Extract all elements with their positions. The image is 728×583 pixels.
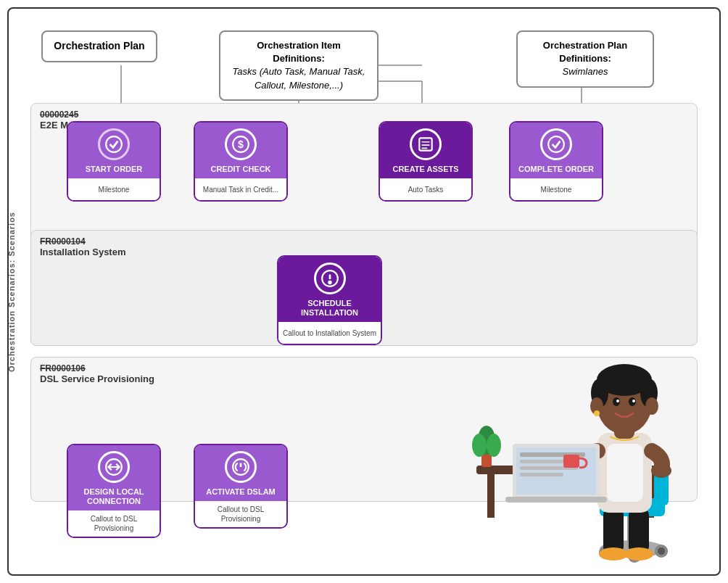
definitions-subtitle: Tasks (Auto Task, Manual Task, Callout, … <box>233 66 365 90</box>
design-local-icon-circle <box>98 451 130 483</box>
complete-order-icon-circle <box>540 128 572 160</box>
svg-point-66 <box>645 397 658 415</box>
start-order-card[interactable]: START ORDER Milestone <box>67 121 161 202</box>
svg-point-80 <box>472 434 487 457</box>
svg-point-54 <box>624 547 653 561</box>
svg-rect-56 <box>607 444 643 502</box>
definitions-title: Orchestration Item Definitions: <box>257 40 341 64</box>
complete-order-card[interactable]: COMPLETE ORDER Milestone <box>509 121 603 202</box>
svg-point-23 <box>106 136 122 152</box>
design-local-card[interactable]: DESIGN LOCAL CONNECTION Callout to DSL P… <box>67 444 161 538</box>
create-assets-footer: Auto Tasks <box>380 178 471 200</box>
create-assets-icon-circle <box>410 128 442 160</box>
svg-point-33 <box>328 281 331 284</box>
svg-rect-51 <box>603 509 624 553</box>
swimlanes-title: Orchestration Plan Definitions: <box>543 40 627 64</box>
activate-dslam-icon-circle <box>225 451 257 483</box>
svg-point-58 <box>651 463 671 478</box>
svg-rect-77 <box>505 497 607 503</box>
svg-rect-82 <box>563 455 579 468</box>
item-definitions-box: Orchestration Item Definitions: Tasks (A… <box>219 30 379 101</box>
start-order-icon-circle <box>98 128 130 160</box>
design-local-footer: Callout to DSL Provisioning <box>68 510 160 537</box>
dsl-id: FR0000106 <box>40 363 86 373</box>
start-order-footer: Milestone <box>68 178 160 200</box>
swimlanes-box: Orchestration Plan Definitions: Swimlane… <box>516 30 654 88</box>
svg-rect-76 <box>520 473 563 476</box>
svg-point-30 <box>548 136 564 152</box>
plan-label: Orchestration Plan <box>54 40 144 51</box>
activate-dslam-title: ACTIVATE DSLAM <box>206 487 276 497</box>
activate-dslam-card[interactable]: ACTIVATE DSLAM Callout to DSL Provisioni… <box>194 444 288 529</box>
swimlane-dsl-label: FR0000106 DSL Service Provisioning <box>40 363 154 384</box>
create-assets-card[interactable]: CREATE ASSETS Auto Tasks <box>379 121 473 202</box>
e2e-id: 00000245 <box>40 109 78 120</box>
svg-text:$: $ <box>238 138 244 150</box>
install-name: Installation System <box>40 247 125 257</box>
credit-check-title: CREDIT CHECK <box>210 165 270 174</box>
schedule-install-title: SCHEDULE INSTALLATION <box>283 299 376 318</box>
svg-rect-52 <box>629 509 649 553</box>
schedule-install-footer: Callout to Installation System <box>278 322 381 344</box>
svg-point-47 <box>658 547 665 555</box>
scenarios-label: Orchestration Scenarios: Scenarios <box>7 212 16 372</box>
schedule-installation-card[interactable]: SCHEDULE INSTALLATION Callout to Install… <box>277 255 382 345</box>
swimlanes-subtitle: Swimlanes <box>563 66 608 77</box>
credit-check-footer: Manual Task in Credit... <box>195 178 286 200</box>
design-local-title: DESIGN LOCAL CONNECTION <box>73 487 155 506</box>
schedule-install-icon-circle <box>314 262 346 294</box>
svg-point-53 <box>599 547 628 561</box>
svg-point-69 <box>616 400 619 402</box>
person-illustration <box>447 292 694 567</box>
credit-check-icon-circle: $ <box>225 128 257 160</box>
svg-rect-39 <box>487 474 495 518</box>
complete-order-title: COMPLETE ORDER <box>518 165 594 174</box>
activate-dslam-footer: Callout to DSL Provisioning <box>195 501 286 527</box>
install-id: FR0000104 <box>40 236 86 247</box>
complete-order-footer: Milestone <box>510 178 602 200</box>
swimlane-install-label: FR0000104 Installation System <box>40 236 125 257</box>
credit-check-card[interactable]: $ CREDIT CHECK Manual Task in Credit... <box>194 121 288 202</box>
orchestration-plan-box: Orchestration Plan <box>41 30 157 62</box>
svg-point-81 <box>487 434 501 457</box>
main-container: Orchestration Scenarios: Scenarios Orche… <box>7 7 721 576</box>
svg-point-65 <box>594 410 600 416</box>
svg-point-70 <box>632 400 635 402</box>
start-order-title: START ORDER <box>86 165 143 174</box>
create-assets-title: CREATE ASSETS <box>392 165 458 174</box>
dsl-name: DSL Service Provisioning <box>40 373 154 384</box>
